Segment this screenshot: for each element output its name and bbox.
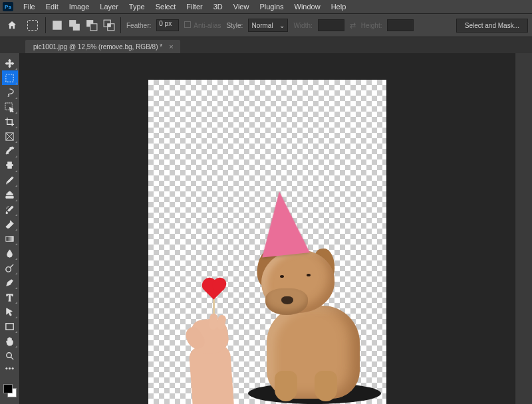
- menu-3d[interactable]: 3D: [209, 1, 227, 12]
- svg-rect-8: [6, 74, 13, 81]
- eyedropper-tool[interactable]: [2, 144, 18, 158]
- style-label: Style:: [226, 22, 243, 29]
- menu-type[interactable]: Type: [124, 1, 150, 12]
- app-logo-icon: Ps: [3, 2, 13, 11]
- close-tab-icon[interactable]: ×: [169, 43, 173, 50]
- antialias-checkbox-icon: [184, 21, 191, 28]
- select-and-mask-button[interactable]: Select and Mask...: [456, 19, 528, 33]
- color-swatches[interactable]: [3, 384, 17, 397]
- svg-rect-0: [53, 21, 62, 30]
- svg-rect-16: [6, 323, 13, 329]
- height-input: [387, 19, 414, 31]
- menu-layer[interactable]: Layer: [95, 1, 123, 12]
- menu-window[interactable]: Window: [290, 1, 325, 12]
- menu-file[interactable]: File: [19, 1, 40, 12]
- divider: [120, 17, 121, 33]
- svg-rect-7: [108, 24, 111, 27]
- spot-healing-brush-tool[interactable]: [2, 158, 18, 173]
- blur-tool[interactable]: [2, 246, 18, 260]
- dodge-tool[interactable]: [2, 260, 18, 275]
- eraser-tool[interactable]: [2, 217, 18, 231]
- home-button[interactable]: [4, 17, 20, 33]
- new-selection-icon[interactable]: [51, 19, 63, 31]
- svg-point-17: [7, 352, 12, 357]
- menu-plugins[interactable]: Plugins: [255, 1, 288, 12]
- divider: [45, 17, 46, 33]
- feather-label: Feather:: [126, 22, 151, 29]
- subtract-selection-icon[interactable]: [86, 19, 98, 31]
- current-tool-preset[interactable]: [25, 18, 40, 33]
- style-select[interactable]: Normal ⌄: [248, 19, 288, 32]
- gradient-tool[interactable]: [2, 231, 18, 246]
- dog-subject: [248, 245, 371, 401]
- svg-rect-14: [6, 236, 13, 241]
- object-selection-tool[interactable]: [2, 100, 18, 114]
- move-tool[interactable]: [2, 56, 18, 70]
- main-area: [0, 53, 532, 404]
- home-icon: [7, 20, 17, 31]
- zoom-tool[interactable]: [2, 348, 18, 363]
- marquee-icon: [27, 20, 38, 31]
- menu-help[interactable]: Help: [327, 1, 351, 12]
- svg-rect-11: [8, 161, 12, 164]
- hand-tool[interactable]: [2, 334, 18, 348]
- clone-stamp-tool[interactable]: [2, 187, 18, 202]
- type-tool[interactable]: [2, 290, 18, 304]
- right-panels-edge[interactable]: [515, 53, 532, 404]
- width-label: Width:: [293, 22, 312, 29]
- path-selection-tool[interactable]: [2, 304, 18, 319]
- width-input: [318, 19, 344, 31]
- intersect-selection-icon[interactable]: [103, 19, 115, 31]
- document-canvas[interactable]: [148, 80, 386, 404]
- svg-point-18: [6, 367, 7, 369]
- menu-bar: Ps File Edit Image Layer Type Select Fil…: [0, 0, 532, 13]
- svg-point-19: [9, 367, 10, 369]
- tools-panel: [0, 53, 20, 404]
- menu-view[interactable]: View: [229, 1, 254, 12]
- height-label: Height:: [361, 22, 382, 29]
- brush-tool[interactable]: [2, 173, 18, 187]
- svg-rect-13: [8, 165, 12, 168]
- lasso-tool[interactable]: [2, 85, 18, 100]
- heart-icon: [204, 280, 224, 300]
- party-hat-shape: [255, 189, 310, 257]
- menu-filter[interactable]: Filter: [182, 1, 207, 12]
- document-tab[interactable]: pic1001.jpg @ 12,5% (remove.bg, RGB/8) *…: [25, 40, 180, 53]
- svg-rect-2: [73, 24, 80, 31]
- options-bar: Feather: 0 px Anti-alias Style: Normal ⌄…: [0, 13, 532, 37]
- more-tools-icon[interactable]: [2, 363, 18, 373]
- foreground-color-swatch[interactable]: [3, 384, 13, 393]
- rectangular-marquee-tool[interactable]: [2, 70, 18, 85]
- pen-tool[interactable]: [2, 275, 18, 290]
- svg-point-20: [12, 367, 13, 369]
- rectangle-tool[interactable]: [2, 319, 18, 334]
- canvas-viewport[interactable]: [20, 53, 515, 404]
- add-selection-icon[interactable]: [68, 19, 80, 31]
- feather-input[interactable]: 0 px: [156, 19, 179, 31]
- swap-dim-icon: ⇄: [350, 21, 356, 30]
- document-tab-title: pic1001.jpg @ 12,5% (remove.bg, RGB/8) *: [33, 43, 162, 50]
- svg-rect-4: [90, 24, 97, 31]
- history-brush-tool[interactable]: [2, 202, 18, 217]
- frame-tool[interactable]: [2, 129, 18, 144]
- antialias-option: Anti-alias: [184, 21, 221, 29]
- menu-select[interactable]: Select: [151, 1, 181, 12]
- svg-point-15: [6, 266, 11, 272]
- document-tab-bar: pic1001.jpg @ 12,5% (remove.bg, RGB/8) *…: [0, 37, 532, 53]
- crop-tool[interactable]: [2, 114, 18, 129]
- chevron-down-icon: ⌄: [279, 22, 285, 29]
- menu-image[interactable]: Image: [65, 1, 94, 12]
- hand-subject: [183, 315, 241, 404]
- menu-edit[interactable]: Edit: [41, 1, 63, 12]
